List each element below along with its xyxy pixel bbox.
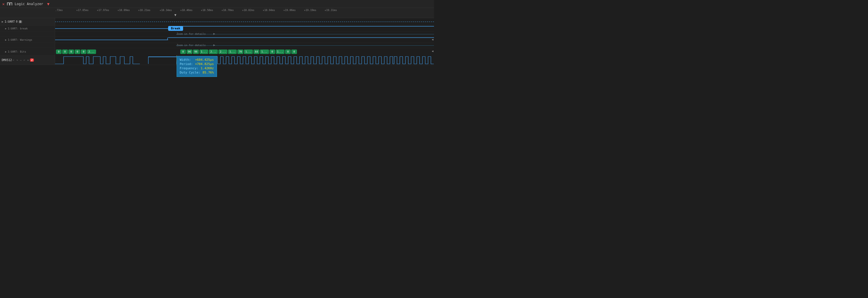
period-label: Period: (180, 62, 193, 66)
ruler-time-8: +18.70ms (221, 9, 234, 11)
top-bar: ✕ ⊓⊓ Logic Analyzer ▼ (0, 0, 434, 8)
chip-a-2a: 2... (209, 50, 218, 54)
chip-a-1d: 1... (260, 50, 269, 54)
dmx-badge: 2 (30, 59, 34, 62)
zoom-row-2: Zoom in for details ▶ (0, 43, 434, 48)
chip-a-96-2: 96 (193, 50, 199, 54)
ruler-time-4: +18.21ms (138, 9, 150, 11)
uart-d-badge: D (19, 20, 22, 23)
uart-main-row: ▶ 1:UART 0 D (0, 18, 434, 25)
trigger-arrow: ▼ (47, 2, 50, 6)
uart-warnings-signal: ◀ (55, 37, 434, 43)
chip-a-2b: 2... (218, 50, 227, 54)
uart-bits-row: ▶ 1:UART: Bits 0 0 0 0 0 2... 0 96 96 (0, 48, 434, 55)
uart-warnings-label: ▶ 1:UART: Warnings (0, 37, 55, 43)
duty-value: 85.76% (203, 71, 214, 74)
ruler-time-5: +18.34ms (160, 9, 172, 11)
ruler-time-9: +18.82ms (242, 9, 254, 11)
dmx-row: DMX512 ⌐ ¬ — ⌐ × 2 Width: (0, 55, 434, 65)
uart-break-label: ▶ 1:UART: break (0, 25, 55, 31)
close-button[interactable]: ✕ (2, 2, 4, 6)
width-value: +604.425µs (195, 58, 214, 62)
uart-break-expand[interactable]: ▶ (5, 27, 6, 30)
uart-expand-icon[interactable]: ▶ (2, 20, 3, 23)
period-value: +704.825µs (195, 62, 214, 66)
ruler-time-3: +18.09ms (118, 9, 130, 11)
ruler-time-12: +19.19ms (304, 9, 316, 11)
chip-0-5: 0 (81, 50, 87, 54)
dmx-label: DMX512 ⌐ ¬ — ⌐ × 2 (0, 55, 55, 65)
ruler-time-6: +18.46ms (180, 9, 192, 11)
uart-warnings-expand[interactable]: ▶ (5, 38, 6, 41)
uart-bits-signal: 0 0 0 0 0 2... 0 96 96 1... 2... 2... 1.… (55, 48, 434, 55)
chip-a-70: 70 (237, 50, 243, 54)
uart-warnings-row: ▶ 1:UART: Warnings ◀ (0, 37, 434, 43)
chip-a-1b: 1... (228, 50, 237, 54)
uart-bits-label: ▶ 1:UART: Bits (0, 48, 55, 55)
ruler-time-2: +17.97ms (97, 9, 109, 11)
break-bubble: Break (168, 26, 183, 31)
chip-0-4: 0 (74, 50, 80, 54)
svg-rect-10 (148, 57, 177, 57)
freq-value: 1.42KHz (200, 66, 214, 70)
chip-0-1: 0 (56, 50, 62, 54)
chip-a-0b: 0 (270, 50, 275, 54)
dmx-waveform-icons: ⌐ ¬ — ⌐ × (13, 59, 29, 62)
uart-channel-group: ▶ 1:UART 0 D ▶ 1:UART: break (0, 18, 434, 55)
app-container: ✕ ⊓⊓ Logic Analyzer ▼ .73ms +17.85ms +17… (0, 0, 434, 149)
ruler-time-0: .73ms (55, 9, 63, 11)
duty-label: Duty Cycle: (180, 71, 200, 74)
zoom-row-1: Zoom in for details ▶ (0, 32, 434, 37)
chip-a-1c: 1... (244, 50, 253, 54)
dmx-signal-area: Width: +604.425µs Period: +704.825µs Fre… (55, 55, 434, 65)
chip-a-0d: 0 (291, 50, 297, 54)
bits-close-btn[interactable]: ◀ (432, 50, 433, 53)
uart-break-signal: Break (55, 25, 434, 31)
chip-a-1a: 1... (199, 50, 209, 54)
logo-icon: ⊓⊓ (7, 1, 12, 6)
uart-bits-expand[interactable]: ▶ (5, 50, 6, 53)
uart-break-text: 1:UART: break (8, 27, 27, 30)
freq-label: Frequency: (180, 66, 198, 70)
trigger-marker: ▼ (174, 13, 176, 17)
uart-name: 1:UART (4, 20, 15, 23)
ruler-time-13: +19.31ms (324, 9, 337, 11)
warnings-close-btn[interactable]: ◀ (432, 38, 433, 41)
chip-a-0c: 0 (285, 50, 291, 54)
ruler-time-10: +18.94ms (263, 9, 275, 11)
ruler-time-11: +19.06ms (283, 9, 296, 11)
width-label: Width: (180, 58, 191, 62)
app-title: Logic Analyzer (15, 2, 43, 6)
chip-a-96-1: 96 (186, 50, 192, 54)
chip-2x: 2... (87, 50, 96, 54)
chip-0-3: 0 (68, 50, 74, 54)
chip-a-1e: 1... (276, 50, 285, 54)
uart-break-row: ▶ 1:UART: break Break (0, 25, 434, 32)
uart-warnings-text: 1:UART: Warnings (8, 38, 32, 41)
measurement-tooltip: Width: +604.425µs Period: +704.825µs Fre… (177, 56, 217, 77)
ruler-time-7: +18.58ms (201, 9, 213, 11)
chip-a-44: 44 (253, 50, 259, 54)
uart-main-signal (55, 18, 434, 25)
chip-a-0: 0 (180, 50, 186, 54)
chip-0-2: 0 (62, 50, 68, 54)
dmx-name: DMX512 (2, 59, 12, 62)
timeline-ruler[interactable]: .73ms +17.85ms +17.97ms +18.09ms +18.21m… (0, 8, 434, 18)
uart-value: 0 (16, 20, 18, 23)
uart-bits-text: 1:UART: Bits (8, 50, 26, 53)
ruler-time-1: +17.85ms (76, 9, 88, 11)
uart-channel-label: ▶ 1:UART 0 D (0, 18, 55, 25)
